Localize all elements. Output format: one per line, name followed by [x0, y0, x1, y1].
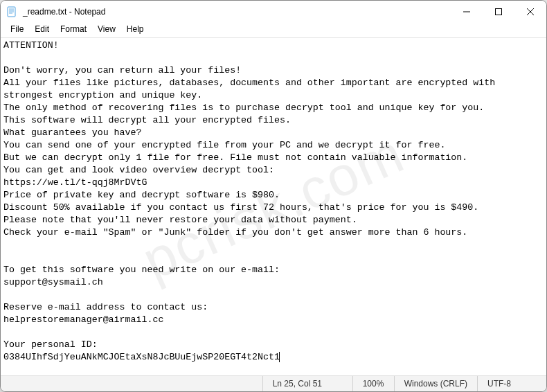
status-zoom: 100%: [352, 376, 394, 391]
status-lineending: Windows (CRLF): [394, 376, 477, 391]
menu-help[interactable]: Help: [121, 23, 150, 37]
text-caret: [279, 352, 280, 362]
window-controls: [451, 1, 546, 23]
editor-area[interactable]: pcrisk.com ATTENTION! Don't worry, you c…: [1, 38, 546, 375]
titlebar: _readme.txt - Notepad: [1, 1, 546, 23]
status-encoding: UTF-8: [477, 376, 546, 391]
menu-format[interactable]: Format: [55, 23, 92, 37]
status-cursor: Ln 25, Col 51: [262, 376, 352, 391]
menu-file[interactable]: File: [5, 23, 29, 37]
menubar: File Edit Format View Help: [1, 23, 546, 38]
window-title: _readme.txt - Notepad: [23, 7, 451, 17]
menu-edit[interactable]: Edit: [29, 23, 55, 37]
document-text: ATTENTION! Don't worry, you can return a…: [3, 40, 501, 362]
close-button[interactable]: [514, 1, 546, 23]
statusbar: Ln 25, Col 51 100% Windows (CRLF) UTF-8: [1, 375, 546, 391]
text-content[interactable]: ATTENTION! Don't worry, you can return a…: [3, 39, 544, 364]
maximize-button[interactable]: [483, 1, 514, 23]
notepad-window: _readme.txt - Notepad File Edit Format V…: [0, 0, 547, 392]
svg-rect-6: [496, 9, 502, 15]
minimize-button[interactable]: [451, 1, 483, 23]
menu-view[interactable]: View: [92, 23, 121, 37]
notepad-icon: [6, 6, 17, 17]
